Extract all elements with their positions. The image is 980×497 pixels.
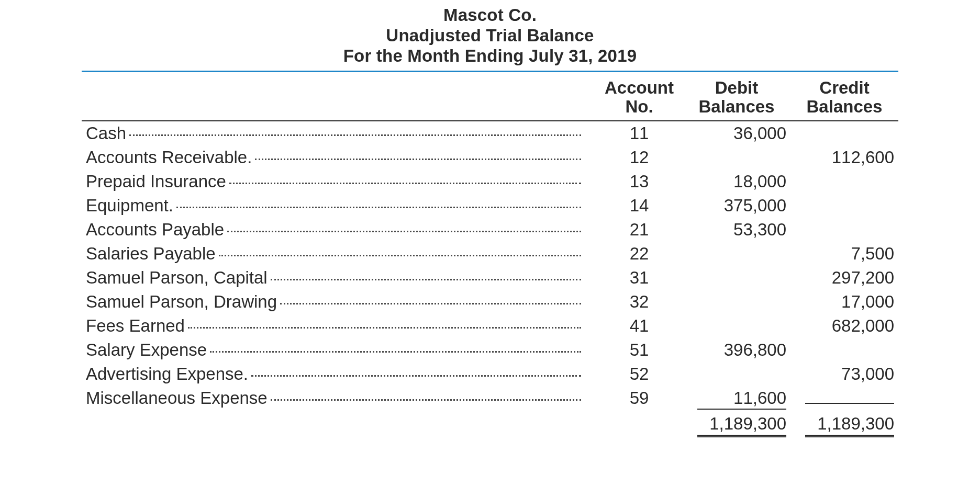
table-row: Equipment. 14 375,000 [82, 194, 898, 218]
credit-cell: 17,000 [790, 290, 898, 314]
credit-cell [790, 121, 898, 145]
col-header-debit: Debit Balances [683, 75, 790, 121]
account-name-cell: Samuel Parson, Capital [82, 266, 596, 290]
credit-cell [790, 194, 898, 218]
account-name-cell: Salary Expense [82, 338, 596, 362]
table-row: Prepaid Insurance 13 18,000 [82, 170, 898, 194]
report-title: Unadjusted Trial Balance [82, 26, 898, 46]
trial-balance-sheet: Mascot Co. Unadjusted Trial Balance For … [82, 5, 898, 439]
table-row: Salaries Payable 22 7,500 [82, 242, 898, 266]
col-header-account-no: Account No. [596, 75, 683, 121]
debit-cell: 53,300 [683, 218, 790, 242]
account-name-cell: Miscellaneous Expense [82, 386, 596, 412]
table-row: Cash 11 36,000 [82, 121, 898, 145]
debit-cell [683, 242, 790, 266]
credit-cell [790, 338, 898, 362]
account-no-cell: 59 [596, 386, 683, 412]
debit-cell: 396,800 [683, 338, 790, 362]
account-no-cell: 41 [596, 314, 683, 338]
table-body: Cash 11 36,000 Accounts Receivable. 12 1… [82, 121, 898, 439]
credit-cell: 73,000 [790, 362, 898, 386]
account-name-cell: Prepaid Insurance [82, 170, 596, 194]
account-name-cell: Samuel Parson, Drawing [82, 290, 596, 314]
debit-cell [683, 266, 790, 290]
account-no-cell: 52 [596, 362, 683, 386]
credit-cell: 682,000 [790, 314, 898, 338]
account-no-cell: 32 [596, 290, 683, 314]
debit-cell: 36,000 [683, 121, 790, 145]
account-name-cell: Equipment. [82, 194, 596, 218]
credit-cell [790, 170, 898, 194]
report-period: For the Month Ending July 31, 2019 [82, 46, 898, 66]
account-name-cell: Salaries Payable [82, 242, 596, 266]
credit-cell: 112,600 [790, 145, 898, 170]
debit-cell [683, 362, 790, 386]
account-no-cell: 14 [596, 194, 683, 218]
table-row: Samuel Parson, Capital 31 297,200 [82, 266, 898, 290]
table-row: Fees Earned 41 682,000 [82, 314, 898, 338]
account-name-cell: Fees Earned [82, 314, 596, 338]
company-name: Mascot Co. [82, 5, 898, 26]
account-name-cell: Advertising Expense. [82, 362, 596, 386]
account-no-cell: 11 [596, 121, 683, 145]
account-name-cell: Accounts Receivable. [82, 145, 596, 170]
account-no-cell: 22 [596, 242, 683, 266]
debit-cell [683, 314, 790, 338]
account-no-cell: 12 [596, 145, 683, 170]
account-no-cell: 31 [596, 266, 683, 290]
debit-cell [683, 145, 790, 170]
table-row: Accounts Payable 21 53,300 [82, 218, 898, 242]
col-header-credit: Credit Balances [790, 75, 898, 121]
credit-cell: 297,200 [790, 266, 898, 290]
table-row: Samuel Parson, Drawing 32 17,000 [82, 290, 898, 314]
credit-cell [790, 386, 898, 412]
debit-cell: 11,600 [683, 386, 790, 412]
table-row: Accounts Receivable. 12 112,600 [82, 145, 898, 170]
account-no-cell: 13 [596, 170, 683, 194]
table-row: Advertising Expense. 52 73,000 [82, 362, 898, 386]
debit-cell [683, 290, 790, 314]
report-header: Mascot Co. Unadjusted Trial Balance For … [82, 5, 898, 72]
debit-cell: 18,000 [683, 170, 790, 194]
account-name-cell: Cash [82, 121, 596, 145]
totals-row: 1,189,300 1,189,300 [82, 412, 898, 439]
credit-cell: 7,500 [790, 242, 898, 266]
table-row: Salary Expense 51 396,800 [82, 338, 898, 362]
col-header-name [82, 75, 596, 121]
totals-label [82, 412, 596, 439]
account-name-cell: Accounts Payable [82, 218, 596, 242]
credit-cell [790, 218, 898, 242]
credit-total: 1,189,300 [790, 412, 898, 439]
trial-balance-table: Account No. Debit Balances Credit Balanc… [82, 75, 898, 440]
table-row: Miscellaneous Expense 59 11,600 [82, 386, 898, 412]
account-no-cell: 51 [596, 338, 683, 362]
debit-total: 1,189,300 [683, 412, 790, 439]
account-no-cell: 21 [596, 218, 683, 242]
table-header-row: Account No. Debit Balances Credit Balanc… [82, 75, 898, 121]
debit-cell: 375,000 [683, 194, 790, 218]
